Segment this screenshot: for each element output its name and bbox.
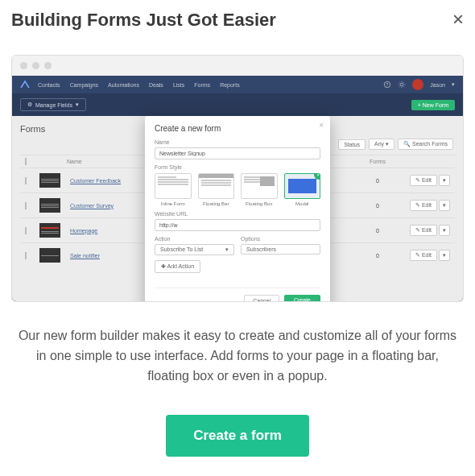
form-count: 0 bbox=[353, 178, 402, 184]
url-label: Website URL bbox=[155, 211, 320, 217]
gear-icon[interactable] bbox=[398, 81, 406, 89]
user-name[interactable]: Jason bbox=[430, 82, 445, 88]
manage-fields-button[interactable]: ⚙Manage Fields▾ bbox=[20, 98, 86, 111]
style-modal[interactable]: ✓ Modal bbox=[284, 173, 321, 206]
action-label: Action bbox=[155, 236, 234, 242]
name-label: Name bbox=[155, 139, 320, 145]
nav-item[interactable]: Campaigns bbox=[70, 82, 98, 88]
svg-text:?: ? bbox=[386, 82, 389, 87]
forms-page: Forms Status Any ▾ 🔍 Search Forms Name F… bbox=[12, 116, 463, 301]
style-inline[interactable]: Inline Form bbox=[155, 173, 192, 206]
add-action-button[interactable]: ✚ Add Action bbox=[155, 260, 200, 273]
modal-header: Building Forms Just Got Easier × bbox=[11, 10, 464, 31]
chevron-down-icon: ▾ bbox=[76, 101, 79, 108]
form-count: 0 bbox=[353, 203, 402, 209]
create-form-cta[interactable]: Create a form bbox=[166, 415, 309, 457]
row-menu-button[interactable]: ▾ bbox=[439, 225, 450, 236]
chevron-down-icon[interactable]: ▾ bbox=[452, 81, 455, 88]
style-floating-box[interactable]: Floating Box bbox=[241, 173, 278, 206]
browser-window-dots bbox=[12, 56, 463, 76]
options-select[interactable]: Subscribers bbox=[241, 244, 320, 255]
form-name-input[interactable] bbox=[155, 147, 320, 159]
form-count: 0 bbox=[353, 228, 402, 234]
dialog-title: Create a new form bbox=[155, 124, 320, 133]
window-dot bbox=[44, 62, 52, 69]
row-menu-button[interactable]: ▾ bbox=[439, 250, 450, 261]
chevron-down-icon: ▾ bbox=[225, 246, 229, 253]
window-dot bbox=[20, 62, 27, 69]
nav-item[interactable]: Forms bbox=[194, 82, 210, 88]
description-text: Our new form builder makes it easy to cr… bbox=[11, 326, 464, 386]
search-input[interactable]: 🔍 Search Forms bbox=[398, 139, 453, 150]
row-checkbox[interactable] bbox=[25, 177, 27, 184]
nav-item[interactable]: Lists bbox=[173, 82, 184, 88]
gear-icon: ⚙ bbox=[27, 101, 32, 108]
nav-item[interactable]: Deals bbox=[149, 82, 163, 88]
row-menu-button[interactable]: ▾ bbox=[439, 200, 450, 211]
screenshot-preview: Contacts Campaigns Automations Deals Lis… bbox=[11, 55, 464, 302]
dialog-footer: Cancel Create bbox=[155, 288, 320, 302]
svg-point-2 bbox=[400, 83, 403, 86]
any-filter[interactable]: Any ▾ bbox=[369, 139, 394, 150]
onboarding-modal: Building Forms Just Got Easier × Contact… bbox=[0, 0, 475, 476]
row-menu-button[interactable]: ▾ bbox=[439, 175, 450, 186]
main-nav: Contacts Campaigns Automations Deals Lis… bbox=[38, 82, 240, 88]
avatar[interactable] bbox=[412, 79, 423, 90]
close-icon[interactable]: × bbox=[319, 121, 324, 130]
options-label: Options bbox=[241, 236, 320, 242]
form-count: 0 bbox=[353, 253, 402, 259]
window-dot bbox=[32, 62, 39, 69]
create-button[interactable]: Create bbox=[284, 295, 320, 302]
form-thumbnail bbox=[39, 198, 60, 213]
row-checkbox[interactable] bbox=[25, 252, 27, 259]
form-thumbnail bbox=[39, 248, 60, 263]
select-all-checkbox[interactable] bbox=[25, 158, 27, 165]
row-checkbox[interactable] bbox=[25, 227, 27, 234]
app-screenshot: Contacts Campaigns Automations Deals Lis… bbox=[12, 76, 463, 301]
cancel-button[interactable]: Cancel bbox=[244, 295, 279, 302]
app-logo-icon bbox=[20, 80, 30, 89]
status-filter[interactable]: Status bbox=[338, 139, 366, 150]
form-thumbnail bbox=[39, 223, 60, 238]
nav-item[interactable]: Automations bbox=[108, 82, 139, 88]
action-select[interactable]: Subscribe To List▾ bbox=[155, 244, 234, 255]
form-style-options: Inline Form Floating Bar Floating Box ✓ bbox=[155, 173, 320, 206]
topbar-right: ? Jason ▾ bbox=[383, 79, 455, 90]
nav-item[interactable]: Reports bbox=[220, 82, 240, 88]
help-icon[interactable]: ? bbox=[383, 81, 391, 89]
website-url-input[interactable] bbox=[155, 219, 320, 231]
app-subbar: ⚙Manage Fields▾ + New Form bbox=[12, 93, 463, 116]
column-forms: Forms bbox=[353, 159, 402, 164]
modal-title: Building Forms Just Got Easier bbox=[11, 10, 276, 31]
edit-button[interactable]: ✎ Edit bbox=[410, 225, 437, 236]
nav-item[interactable]: Contacts bbox=[38, 82, 60, 88]
style-floating-bar[interactable]: Floating Bar bbox=[198, 173, 235, 206]
edit-button[interactable]: ✎ Edit bbox=[410, 250, 437, 261]
style-label: Form Style bbox=[155, 164, 320, 170]
row-checkbox[interactable] bbox=[25, 202, 27, 209]
edit-button[interactable]: ✎ Edit bbox=[410, 200, 437, 211]
new-form-button[interactable]: + New Form bbox=[411, 100, 455, 110]
close-icon[interactable]: × bbox=[452, 10, 464, 29]
form-thumbnail bbox=[39, 173, 60, 188]
app-topbar: Contacts Campaigns Automations Deals Lis… bbox=[12, 76, 463, 93]
edit-button[interactable]: ✎ Edit bbox=[410, 175, 437, 186]
create-form-dialog: Create a new form × Name Form Style Inli… bbox=[145, 116, 330, 302]
